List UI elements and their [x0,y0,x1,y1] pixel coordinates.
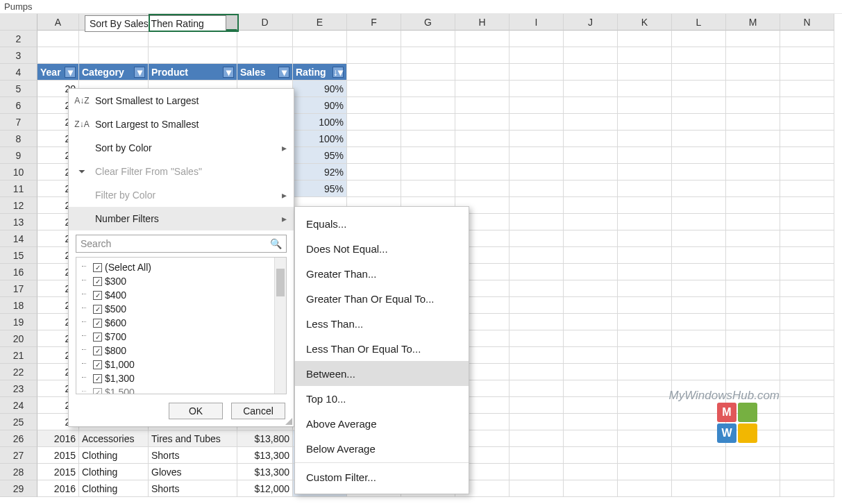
sort-descending-item[interactable]: Z↓A Sort Largest to Smallest [69,112,294,136]
cancel-button[interactable]: Cancel [231,403,285,419]
row-header[interactable]: 17 [0,280,37,297]
filter-value-item[interactable]: ✓$300 [82,274,283,288]
filter-value-item[interactable]: ✓$800 [82,344,283,358]
row-header[interactable]: 16 [0,264,37,280]
checkbox-icon[interactable]: ✓ [93,305,102,314]
select-all-corner[interactable] [0,14,37,31]
scrollbar-thumb[interactable] [276,269,285,296]
row-header[interactable]: 20 [0,330,37,347]
col-header-A[interactable]: A [37,14,79,31]
top-10-item[interactable]: Top 10... [295,386,469,411]
between-item[interactable]: Between... [295,361,469,386]
col-header-M[interactable]: M [726,14,780,31]
sort-button-cell[interactable]: Sort By Sales Then Rating [85,15,226,32]
filter-values-list[interactable]: ✓(Select All) ✓$300 ✓$400 ✓$500 ✓$600 ✓$… [76,257,287,394]
col-header-I[interactable]: I [510,14,564,31]
row-header[interactable]: 7 [0,114,37,131]
cell[interactable] [149,31,237,47]
row-header[interactable]: 15 [0,247,37,264]
filter-value-item[interactable]: ✓$1,500 [82,385,283,394]
number-filters-submenu[interactable]: Equals... Does Not Equal... Greater Than… [294,206,469,494]
greater-than-item[interactable]: Greater Than... [295,261,469,286]
filter-value-item[interactable]: ✓$500 [82,302,283,316]
greater-than-eq-item[interactable]: Greater Than Or Equal To... [295,286,469,311]
custom-filter-item[interactable]: Custom Filter... [295,464,469,489]
row-header[interactable]: 25 [0,414,37,430]
equals-item[interactable]: Equals... [295,211,469,236]
checkbox-icon[interactable]: ✓ [93,319,102,328]
filter-value-item[interactable]: ✓$700 [82,330,283,344]
filter-dropdown-icon[interactable]: ▾ [278,67,289,78]
cell-rating[interactable]: 90% [293,81,347,97]
checkbox-icon[interactable]: ✓ [93,333,102,342]
col-header-N[interactable]: N [780,14,834,31]
less-than-item[interactable]: Less Than... [295,311,469,336]
row-header[interactable]: 9 [0,147,37,164]
cell[interactable] [37,31,79,47]
row-header[interactable]: 26 [0,430,37,447]
row-header[interactable]: 27 [0,447,37,464]
filter-dropdown-icon[interactable]: ▾ [223,67,234,78]
row-header[interactable]: 11 [0,180,37,197]
cell[interactable] [237,31,293,47]
checkbox-icon[interactable]: ✓ [93,346,102,355]
sort-by-color-item[interactable]: Sort by Color ▸ [69,136,294,160]
checkbox-icon[interactable]: ✓ [93,291,102,300]
cell[interactable] [293,31,347,47]
filter-value-item[interactable]: ✓$600 [82,316,283,330]
checkbox-icon[interactable]: ✓ [93,277,102,286]
filter-dropdown-icon[interactable]: ▾ [65,67,76,78]
values-scrollbar[interactable] [274,258,286,394]
row-header[interactable]: 13 [0,214,37,230]
row-header[interactable]: 12 [0,197,37,214]
not-equal-item[interactable]: Does Not Equal... [295,236,469,261]
row-header[interactable]: 22 [0,364,37,380]
header-product[interactable]: Product▾ [149,64,237,81]
resize-grip-icon[interactable] [285,418,292,425]
row-header[interactable]: 21 [0,347,37,364]
row-header[interactable]: 28 [0,464,37,480]
row-header[interactable]: 14 [0,230,37,247]
col-header-J[interactable]: J [564,14,618,31]
checkbox-icon[interactable]: ✓ [93,374,102,383]
row-header[interactable]: 23 [0,380,37,397]
col-header-H[interactable]: H [455,14,510,31]
filter-dropdown-icon[interactable]: ↓▾ [332,67,344,78]
row-header[interactable]: 2 [0,31,37,47]
row-header[interactable]: 6 [0,97,37,114]
filter-value-item[interactable]: ✓(Select All) [82,260,283,274]
header-year[interactable]: Year▾ [37,64,79,81]
col-header-E[interactable]: E [293,14,347,31]
col-header-L[interactable]: L [672,14,726,31]
autofilter-menu[interactable]: A↓Z Sort Smallest to Largest Z↓A Sort La… [68,88,294,427]
filter-dropdown-icon[interactable]: ▾ [134,67,145,78]
filter-search-input[interactable]: Search 🔍 [76,235,287,253]
row-header[interactable]: 3 [0,47,37,64]
header-category[interactable]: Category▾ [79,64,149,81]
col-header-K[interactable]: K [618,14,672,31]
filter-value-item[interactable]: ✓$400 [82,288,283,302]
number-filters-item[interactable]: Number Filters ▸ [69,207,294,230]
row-header[interactable]: 5 [0,81,37,97]
sort-ascending-item[interactable]: A↓Z Sort Smallest to Largest [69,89,294,112]
less-than-eq-item[interactable]: Less Than Or Equal To... [295,336,469,361]
row-header[interactable]: 18 [0,297,37,314]
row-header[interactable]: 10 [0,164,37,180]
col-header-G[interactable]: G [401,14,455,31]
row-header[interactable]: 8 [0,131,37,147]
checkbox-icon[interactable]: ✓ [93,388,102,395]
checkbox-icon[interactable]: ✓ [93,263,102,272]
filter-value-item[interactable]: ✓$1,300 [82,371,283,385]
above-average-item[interactable]: Above Average [295,411,469,436]
filter-value-item[interactable]: ✓$1,000 [82,358,283,371]
checkbox-icon[interactable]: ✓ [93,360,102,369]
col-header-F[interactable]: F [347,14,401,31]
row-header[interactable]: 19 [0,314,37,330]
below-average-item[interactable]: Below Average [295,436,469,461]
cell[interactable] [79,31,149,47]
row-header[interactable]: 29 [0,480,37,497]
row-header[interactable]: 4 [0,64,37,81]
header-rating[interactable]: Rating↓▾ [293,64,347,81]
row-header[interactable]: 24 [0,397,37,414]
header-sales[interactable]: Sales▾ [237,64,293,81]
